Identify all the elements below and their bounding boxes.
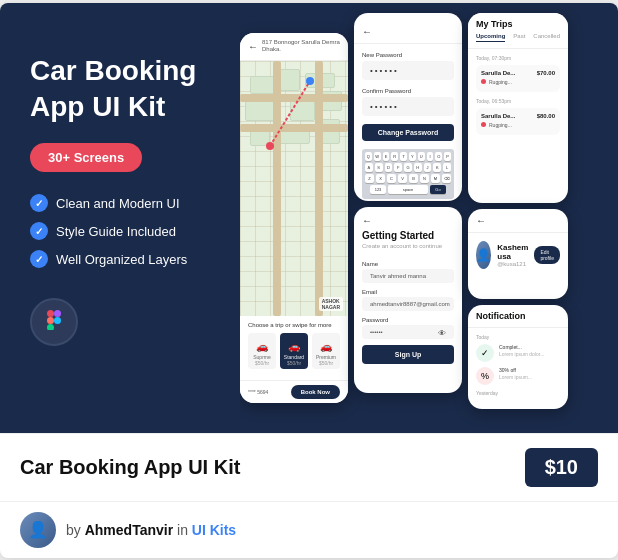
pw-body: New Password •••••• Confirm Password •••… bbox=[354, 44, 462, 201]
notif-item-2-text: 30% off Lorem ipsum... bbox=[499, 367, 532, 380]
trip-date-2: Today, 06:53pm bbox=[476, 98, 560, 104]
kb-key-y[interactable]: Y bbox=[409, 152, 416, 161]
notif-yesterday-label: Yesterday bbox=[476, 390, 560, 396]
notif-1-title: Complet... bbox=[499, 344, 544, 351]
gs-pw-dots: •••••• bbox=[370, 329, 383, 335]
gs-header: ← Getting Started Create an account to c… bbox=[354, 207, 462, 253]
check-icon-1 bbox=[30, 194, 48, 212]
phone-col-center: ← New Password •••••• Confirm Password •… bbox=[354, 13, 462, 393]
trip-2-name: Sarulla De... bbox=[481, 113, 515, 119]
kb-key-r[interactable]: R bbox=[391, 152, 398, 161]
phone-password: ← New Password •••••• Confirm Password •… bbox=[354, 13, 462, 201]
svg-rect-4 bbox=[47, 324, 54, 330]
card-footer: Car Booking App UI Kit $10 bbox=[0, 433, 618, 501]
new-pw-dots: •••••• bbox=[370, 66, 399, 75]
feature-item-2: Style Guide Included bbox=[30, 222, 250, 240]
signup-button[interactable]: Sign Up bbox=[362, 345, 454, 364]
kb-key-a[interactable]: A bbox=[365, 163, 373, 172]
kb-key-space[interactable]: space bbox=[388, 185, 428, 194]
trip-tab-cancelled[interactable]: Cancelled bbox=[533, 33, 560, 42]
profile-name-block: Kashem usa @kusa121 bbox=[497, 243, 528, 267]
kb-key-i[interactable]: I bbox=[427, 152, 434, 161]
feature-item-1: Clean and Modern UI bbox=[30, 194, 250, 212]
gs-name-input[interactable]: Tanvir ahmed manna bbox=[362, 269, 454, 283]
kb-key-n[interactable]: N bbox=[420, 174, 429, 183]
kb-key-v[interactable]: V bbox=[398, 174, 407, 183]
kb-key-e[interactable]: E bbox=[383, 152, 390, 161]
author-name[interactable]: AhmedTanvir bbox=[85, 522, 173, 538]
gs-pw-input[interactable]: •••••• 👁 bbox=[362, 325, 454, 339]
screens-badge[interactable]: 30+ Screens bbox=[30, 143, 142, 172]
kb-key-c[interactable]: C bbox=[387, 174, 396, 183]
svg-point-7 bbox=[306, 77, 314, 85]
kb-key-m[interactable]: M bbox=[431, 174, 440, 183]
book-button[interactable]: Book Now bbox=[291, 385, 340, 399]
kb-key-j[interactable]: J bbox=[424, 163, 432, 172]
trip-tab-past[interactable]: Past bbox=[513, 33, 525, 42]
trip-card-1: Sarulla De... $70.00 Rugping... bbox=[476, 65, 560, 92]
kb-key-l[interactable]: L bbox=[443, 163, 451, 172]
figma-icon bbox=[43, 308, 65, 336]
product-card: Car BookingApp UI Kit 30+ Screens Clean … bbox=[0, 3, 618, 558]
confirm-pw-field: •••••• bbox=[362, 97, 454, 116]
trip-tab-upcoming[interactable]: Upcoming bbox=[476, 33, 505, 42]
author-category[interactable]: UI Kits bbox=[192, 522, 236, 538]
banner: Car BookingApp UI Kit 30+ Screens Clean … bbox=[0, 3, 618, 433]
author-avatar: 👤 bbox=[20, 512, 56, 548]
kb-key-x[interactable]: X bbox=[376, 174, 385, 183]
keyboard: Q W E R T Y U I O P bbox=[362, 149, 454, 199]
map-body: ASHOKNAGAR bbox=[240, 61, 348, 315]
notif-2-body: Lorem ipsum... bbox=[499, 374, 532, 380]
gs-email-input[interactable]: ahmedtanvir8887@gmail.com bbox=[362, 297, 454, 311]
kb-key-del[interactable]: ⌫ bbox=[442, 174, 451, 183]
gs-pw-toggle[interactable]: 👁 bbox=[438, 329, 446, 338]
trip-2-from-text: Rugping... bbox=[489, 122, 512, 128]
car-option-price-1: $50/hr bbox=[251, 360, 273, 366]
notif-item-1-text: Complet... Lorem ipsum dolor... bbox=[499, 344, 544, 357]
kb-key-h[interactable]: H bbox=[414, 163, 422, 172]
kb-key-go[interactable]: Go bbox=[430, 185, 446, 194]
notif-icon-discount: % bbox=[476, 367, 494, 385]
kb-key-b[interactable]: B bbox=[409, 174, 418, 183]
profile-edit-button[interactable]: Edit profile bbox=[534, 246, 560, 264]
gs-back-icon: ← bbox=[362, 215, 454, 226]
kb-key-d[interactable]: D bbox=[385, 163, 393, 172]
kb-key-w[interactable]: W bbox=[374, 152, 381, 161]
feature-item-3: Well Organized Layers bbox=[30, 250, 250, 268]
kb-key-k[interactable]: K bbox=[433, 163, 441, 172]
profile-avatar: 👤 bbox=[476, 241, 491, 269]
banner-title: Car BookingApp UI Kit bbox=[30, 53, 250, 126]
notif-title: Notification bbox=[476, 311, 560, 321]
kb-key-o[interactable]: O bbox=[435, 152, 442, 161]
car-option-1: 🚗 Suprme $50/hr bbox=[248, 333, 276, 369]
kb-key-s[interactable]: S bbox=[375, 163, 383, 172]
pw-back-icon: ← bbox=[362, 26, 372, 37]
profile-name: Kashem usa bbox=[497, 243, 528, 261]
trip-1-price: $70.00 bbox=[537, 70, 555, 76]
profile-body: 👤 Kashem usa @kusa121 Edit profile bbox=[468, 233, 568, 299]
car-option-2: 🚗 Standard $50/hr bbox=[280, 333, 308, 369]
phones-area: ← 817 Bonnogor Sarulla Demra Dhaka. bbox=[240, 3, 618, 433]
notif-item-1: ✓ Complet... Lorem ipsum dolor... bbox=[476, 344, 560, 362]
map-label-ashok: ASHOKNAGAR bbox=[319, 297, 343, 311]
kb-key-q[interactable]: Q bbox=[365, 152, 372, 161]
kb-key-p[interactable]: P bbox=[444, 152, 451, 161]
trip-1-from: Rugping... bbox=[481, 79, 555, 85]
notif-2-title: 30% off bbox=[499, 367, 532, 374]
kb-key-t[interactable]: T bbox=[400, 152, 407, 161]
kb-key-u[interactable]: U bbox=[418, 152, 425, 161]
change-pw-button[interactable]: Change Password bbox=[362, 124, 454, 141]
gs-title: Getting Started bbox=[362, 230, 454, 241]
kb-key-f[interactable]: F bbox=[394, 163, 402, 172]
notif-item-2: % 30% off Lorem ipsum... bbox=[476, 367, 560, 385]
phone-trips-screen: My Trips Upcoming Past Cancelled Today, … bbox=[468, 13, 568, 203]
svg-rect-3 bbox=[54, 317, 61, 324]
map-back-icon: ← bbox=[248, 41, 258, 52]
kb-key-z[interactable]: Z bbox=[365, 174, 374, 183]
kb-key-123[interactable]: 123 bbox=[370, 185, 386, 194]
trips-tabs: Upcoming Past Cancelled bbox=[476, 33, 560, 42]
svg-line-5 bbox=[270, 81, 310, 146]
kb-key-g[interactable]: G bbox=[404, 163, 412, 172]
trip-1-from-text: Rugping... bbox=[489, 79, 512, 85]
product-price[interactable]: $10 bbox=[525, 448, 598, 487]
